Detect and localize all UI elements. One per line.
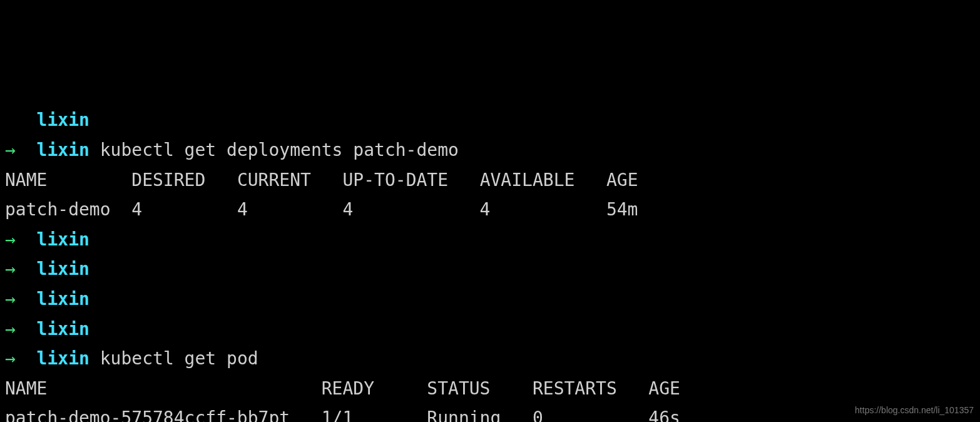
prompt-line-empty: → lixin bbox=[5, 225, 975, 255]
prompt-arrow-icon: → bbox=[5, 229, 16, 250]
prompt-arrow-icon: → bbox=[5, 140, 16, 160]
prompt-line-cmd2: → lixin kubectl get pod bbox=[5, 344, 975, 374]
prompt-line-empty: → lixin bbox=[5, 284, 975, 314]
prompt-user: lixin bbox=[37, 140, 89, 160]
deployments-header: NAME DESIRED CURRENT UP-TO-DATE AVAILABL… bbox=[5, 165, 975, 195]
prompt-user: lixin bbox=[37, 259, 89, 279]
prompt-arrow-icon: → bbox=[5, 348, 16, 369]
prompt-user: lixin bbox=[37, 348, 89, 369]
prompt-line-empty: → lixin bbox=[5, 314, 975, 344]
prompt-arrow-icon: → bbox=[5, 319, 16, 339]
prompt-arrow-icon: → bbox=[5, 259, 16, 279]
prompt-arrow-icon: → bbox=[5, 289, 16, 309]
terminal-output: lixin→ lixin kubectl get deployments pat… bbox=[5, 105, 975, 422]
prompt-line-empty: → lixin bbox=[5, 254, 975, 284]
watermark: https://blog.csdn.net/li_101357 bbox=[855, 403, 974, 418]
prompt-user: lixin bbox=[37, 319, 89, 339]
pods-header: NAME READY STATUS RESTARTS AGE bbox=[5, 374, 975, 404]
truncated-prompt: lixin bbox=[5, 105, 975, 135]
pod-row: patch-demo-575784ccff-bb7pt 1/1 Running … bbox=[5, 403, 975, 422]
command-text: kubectl get pod bbox=[100, 348, 258, 369]
prompt-line-cmd1: → lixin kubectl get deployments patch-de… bbox=[5, 135, 975, 165]
prompt-user: lixin bbox=[37, 289, 89, 309]
deployment-row: patch-demo 4 4 4 4 54m bbox=[5, 195, 975, 225]
prompt-user: lixin bbox=[37, 229, 89, 250]
command-text: kubectl get deployments patch-demo bbox=[100, 140, 459, 160]
